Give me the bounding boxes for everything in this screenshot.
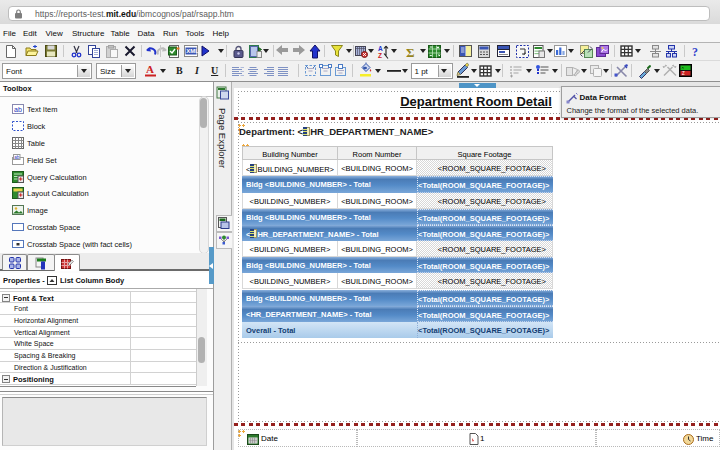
svg-text:?: ? bbox=[692, 45, 698, 59]
svg-text:ab: ab bbox=[14, 154, 20, 159]
svg-text:I: I bbox=[194, 65, 200, 76]
svg-text:A: A bbox=[146, 63, 154, 75]
svg-text:ab: ab bbox=[14, 105, 22, 112]
svg-text:Z: Z bbox=[682, 71, 685, 76]
svg-text:B: B bbox=[176, 65, 183, 76]
svg-text:XML: XML bbox=[186, 48, 199, 54]
svg-text:Z: Z bbox=[378, 51, 382, 58]
svg-text:Σ: Σ bbox=[406, 45, 415, 60]
svg-text:U: U bbox=[211, 65, 218, 76]
